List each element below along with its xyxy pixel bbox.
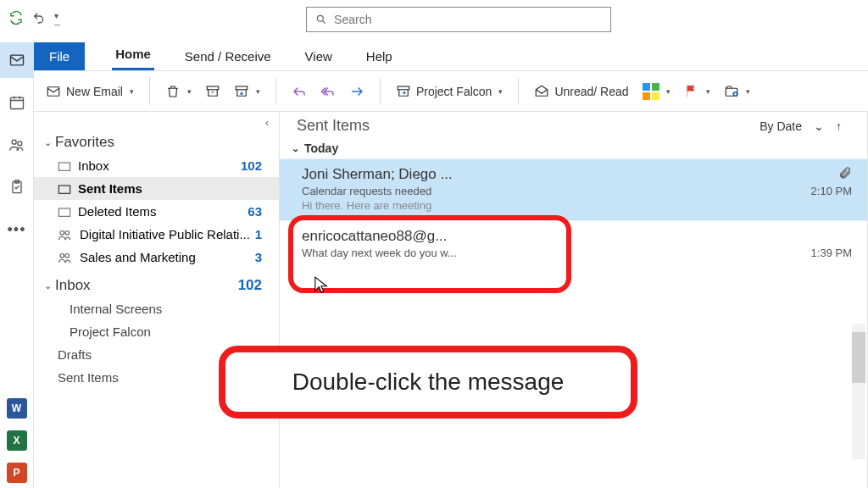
clipboard-icon — [8, 179, 25, 196]
nav-item-deleted[interactable]: Deleted Items 63 — [34, 200, 279, 223]
tab-home[interactable]: Home — [112, 42, 154, 70]
people-icon — [8, 136, 25, 153]
rail-ppt-chip[interactable]: P — [7, 463, 27, 483]
attachment-icon — [838, 166, 852, 183]
chevron-down-icon: ⌄ — [814, 119, 824, 133]
categorize-button[interactable]: ▾ — [637, 80, 676, 103]
group-icon — [58, 228, 73, 241]
svg-rect-1 — [10, 55, 23, 65]
nav-item-project-falcon[interactable]: Project Falcon — [58, 320, 279, 343]
nav-label: Digital Initiative Public Relati... — [80, 227, 250, 241]
qat: ▾─ — [8, 9, 60, 30]
rail-word-chip[interactable]: W — [7, 398, 27, 419]
search-input[interactable] — [334, 13, 602, 26]
nav-count: 3 — [255, 250, 262, 264]
nav-item-sent-items[interactable]: Sent Items — [34, 177, 279, 200]
main-region: File Home Send / Receive View Help New E… — [34, 39, 868, 488]
favorites-header[interactable]: ⌄ Favorites — [34, 130, 279, 154]
new-email-label: New Email — [66, 85, 123, 98]
chevron-down-icon: ⌄ — [292, 143, 299, 154]
nav-label: Inbox — [78, 158, 109, 173]
chevron-down-icon: ⌄ — [44, 280, 52, 291]
svg-point-19 — [65, 253, 70, 258]
nav-item-digital[interactable]: Digital Initiative Public Relati... 1 — [34, 223, 279, 246]
callout-text: Double-click the message — [292, 369, 565, 396]
msg-preview: Hi there. Here are meeting — [302, 199, 852, 212]
trash-icon — [165, 84, 181, 99]
group-label: Today — [304, 141, 338, 155]
flag-button[interactable]: ▾ — [679, 80, 715, 103]
folder-icon — [58, 183, 71, 195]
chevron-down-icon: ▾ — [498, 87, 503, 96]
svg-point-3 — [12, 140, 16, 144]
nav-item-internal-screens[interactable]: Internal Screens — [58, 297, 279, 320]
nav-label: Sales and Marketing — [80, 250, 196, 264]
mail-icon — [8, 52, 25, 69]
search-box[interactable] — [306, 7, 611, 32]
sort-label: By Date — [760, 119, 802, 133]
quick-step-project[interactable]: Project Falcon ▾ — [391, 80, 508, 103]
title-bar: ▾─ — [0, 0, 868, 39]
ribbon-divider — [149, 78, 150, 105]
message-list-pane: Sent Items By Date ⌄ ↑ ⌄ Today Joni Sher… — [280, 112, 868, 488]
list-header: Sent Items By Date ⌄ ↑ — [280, 112, 867, 138]
new-folder-icon — [724, 84, 739, 99]
forward-button[interactable] — [344, 80, 370, 103]
folder-move-icon — [396, 84, 411, 99]
scrollbar-thumb[interactable] — [852, 332, 865, 383]
list-title: Sent Items — [297, 117, 370, 135]
svg-rect-15 — [58, 208, 70, 216]
new-folder-button[interactable]: ▾ — [719, 80, 755, 103]
sync-icon[interactable] — [8, 10, 24, 29]
svg-rect-2 — [10, 97, 23, 108]
tab-help[interactable]: Help — [363, 44, 396, 70]
chevron-down-icon: ▾ — [666, 87, 670, 96]
tab-file[interactable]: File — [34, 42, 85, 70]
unread-read-button[interactable]: Unread/ Read — [529, 80, 633, 103]
msg-from: enricocattaneo88@g... — [302, 228, 447, 245]
archive-button[interactable] — [200, 80, 225, 103]
delete-button[interactable]: ▾ — [160, 80, 197, 103]
svg-point-4 — [17, 141, 21, 146]
svg-rect-9 — [236, 86, 248, 90]
nav-item-inbox[interactable]: Inbox 102 — [34, 154, 279, 177]
categories-icon — [643, 83, 659, 100]
chevron-down-icon: ▾ — [706, 87, 710, 96]
tab-send-receive[interactable]: Send / Receive — [181, 44, 275, 70]
rail-tasks[interactable] — [0, 169, 34, 205]
reply-button[interactable] — [287, 80, 312, 103]
message-row-selected[interactable]: Joni Sherman; Diego ... Calendar request… — [280, 158, 867, 220]
cursor-icon — [314, 275, 329, 297]
undo-icon[interactable] — [32, 11, 46, 28]
message-row[interactable]: enricocattaneo88@g... What day next week… — [280, 220, 867, 268]
new-email-button[interactable]: New Email ▾ — [41, 80, 139, 103]
chevron-down-icon: ⌄ — [44, 137, 52, 148]
sort-arrow-up-icon[interactable]: ↑ — [836, 119, 842, 133]
rail-mail[interactable] — [0, 42, 34, 78]
svg-point-17 — [65, 230, 70, 235]
nav-item-sales[interactable]: Sales and Marketing 3 — [34, 246, 279, 269]
inbox-header[interactable]: ⌄ Inbox 102 — [34, 274, 279, 297]
instruction-callout: Double-click the message — [219, 346, 637, 419]
rail-people[interactable] — [0, 127, 34, 163]
ribbon-divider — [518, 78, 519, 105]
nav-count: 1 — [255, 227, 262, 241]
msg-time: 2:10 PM — [811, 185, 852, 197]
chevron-down-icon: ▾ — [187, 87, 192, 96]
envelope-open-icon — [534, 84, 549, 99]
group-today[interactable]: ⌄ Today — [280, 138, 867, 158]
list-sort[interactable]: By Date ⌄ ↑ — [760, 119, 842, 133]
ribbon: New Email ▾ ▾ ▾ — [34, 71, 868, 112]
svg-rect-7 — [47, 86, 59, 96]
rail-calendar[interactable] — [0, 85, 34, 120]
folder-icon — [58, 160, 71, 172]
msg-subject: Calendar requests needed — [302, 185, 431, 197]
qat-dropdown-icon[interactable]: ▾─ — [54, 9, 60, 30]
rail-excel-chip[interactable]: X — [7, 430, 27, 451]
tab-view[interactable]: View — [302, 44, 336, 70]
favorites-label: Favorites — [55, 134, 114, 151]
collapse-nav-icon[interactable]: ‹ — [34, 117, 279, 130]
rail-more[interactable]: ••• — [0, 212, 34, 247]
move-button[interactable]: ▾ — [229, 80, 265, 103]
reply-all-button[interactable] — [315, 80, 341, 103]
